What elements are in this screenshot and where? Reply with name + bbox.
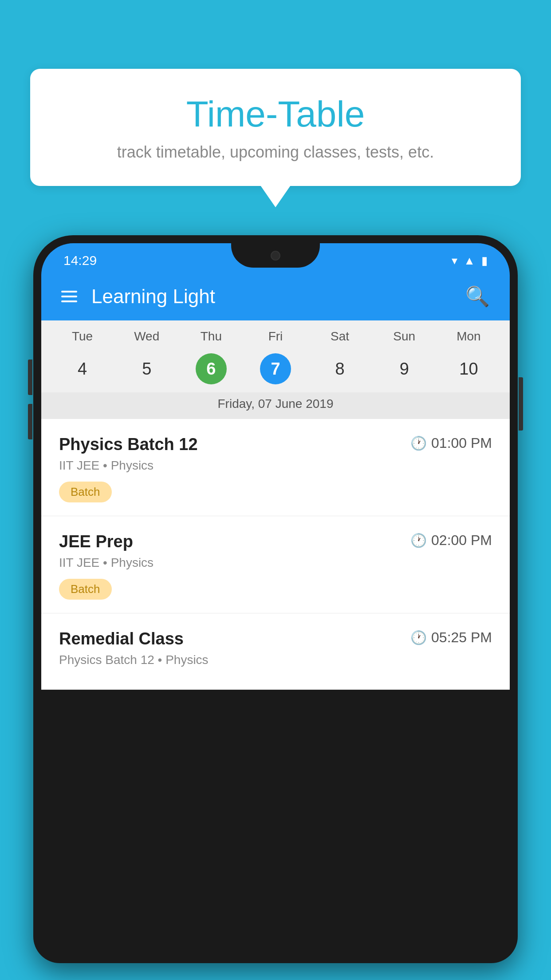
battery-icon: ▮ <box>481 254 488 268</box>
day-fri: Fri <box>243 329 307 344</box>
schedule-item-3[interactable]: Remedial Class 🕐 05:25 PM Physics Batch … <box>41 613 510 690</box>
hamburger-line-2 <box>61 296 77 297</box>
front-camera <box>271 251 280 261</box>
day-sat: Sat <box>308 329 372 344</box>
schedule-item-3-header: Remedial Class 🕐 05:25 PM <box>59 629 492 648</box>
date-6-today[interactable]: 6 <box>196 353 227 384</box>
schedule-list: Physics Batch 12 🕐 01:00 PM IIT JEE • Ph… <box>41 419 510 690</box>
clock-icon-3: 🕐 <box>410 630 427 645</box>
date-8[interactable]: 8 <box>324 353 355 384</box>
clock-icon-1: 🕐 <box>410 435 427 451</box>
speech-bubble: Time-Table track timetable, upcoming cla… <box>30 69 521 186</box>
schedule-item-3-subtitle: Physics Batch 12 • Physics <box>59 653 492 667</box>
dates-row[interactable]: 4 5 6 7 8 9 10 <box>50 349 501 392</box>
schedule-item-1-time: 🕐 01:00 PM <box>410 435 492 451</box>
schedule-item-1-title: Physics Batch 12 <box>59 435 198 454</box>
date-4[interactable]: 4 <box>67 353 98 384</box>
status-app-bar: 14:29 ▾ ▲ ▮ Learning Light <box>41 243 510 320</box>
day-thu: Thu <box>179 329 243 344</box>
schedule-item-2[interactable]: JEE Prep 🕐 02:00 PM IIT JEE • Physics Ba… <box>41 516 510 613</box>
schedule-item-3-title: Remedial Class <box>59 629 184 648</box>
schedule-item-2-subtitle: IIT JEE • Physics <box>59 556 492 570</box>
schedule-item-2-title: JEE Prep <box>59 532 133 551</box>
schedule-item-2-time: 🕐 02:00 PM <box>410 532 492 549</box>
app-bar: Learning Light 🔍 <box>41 273 510 320</box>
hamburger-menu-button[interactable] <box>61 291 77 302</box>
app-bar-left: Learning Light <box>61 285 215 308</box>
status-icons: ▾ ▲ ▮ <box>452 254 488 268</box>
speech-bubble-section: Time-Table track timetable, upcoming cla… <box>30 69 521 186</box>
batch-badge-2: Batch <box>59 579 112 600</box>
schedule-item-1[interactable]: Physics Batch 12 🕐 01:00 PM IIT JEE • Ph… <box>41 419 510 516</box>
phone-screen: 14:29 ▾ ▲ ▮ Learning Light <box>41 243 510 955</box>
hamburger-line-3 <box>61 300 77 302</box>
calendar-section: Tue Wed Thu Fri Sat Sun Mon 4 5 6 7 8 <box>41 320 510 392</box>
days-row: Tue Wed Thu Fri Sat Sun Mon <box>50 329 501 349</box>
clock-icon-2: 🕐 <box>410 533 427 548</box>
status-time: 14:29 <box>63 253 97 268</box>
status-bar: 14:29 ▾ ▲ ▮ <box>41 243 510 273</box>
day-mon: Mon <box>437 329 501 344</box>
phone-notch <box>231 243 320 268</box>
volume-up-button <box>28 360 32 395</box>
phone-content: Tue Wed Thu Fri Sat Sun Mon 4 5 6 7 8 <box>41 320 510 690</box>
schedule-item-1-header: Physics Batch 12 🕐 01:00 PM <box>59 435 492 454</box>
schedule-item-3-time: 🕐 05:25 PM <box>410 629 492 646</box>
phone-outer: 14:29 ▾ ▲ ▮ Learning Light <box>33 235 518 963</box>
app-title: Learning Light <box>91 285 215 308</box>
day-tue: Tue <box>50 329 114 344</box>
schedule-item-2-header: JEE Prep 🕐 02:00 PM <box>59 532 492 551</box>
bubble-subtitle: track timetable, upcoming classes, tests… <box>57 143 494 162</box>
batch-badge-1: Batch <box>59 482 112 502</box>
date-10[interactable]: 10 <box>453 353 484 384</box>
day-wed: Wed <box>114 329 179 344</box>
power-button <box>519 377 523 431</box>
date-7-selected[interactable]: 7 <box>260 353 291 384</box>
selected-date-label: Friday, 07 June 2019 <box>41 392 510 419</box>
hamburger-line-1 <box>61 291 77 292</box>
day-sun: Sun <box>372 329 437 344</box>
phone-frame: 14:29 ▾ ▲ ▮ Learning Light <box>33 235 518 980</box>
date-9[interactable]: 9 <box>389 353 420 384</box>
schedule-item-1-subtitle: IIT JEE • Physics <box>59 458 492 473</box>
signal-icon: ▲ <box>464 254 475 268</box>
search-button[interactable]: 🔍 <box>465 285 490 308</box>
bubble-title: Time-Table <box>57 93 494 135</box>
volume-down-button <box>28 404 32 439</box>
wifi-icon: ▾ <box>452 254 457 268</box>
date-5[interactable]: 5 <box>131 353 162 384</box>
